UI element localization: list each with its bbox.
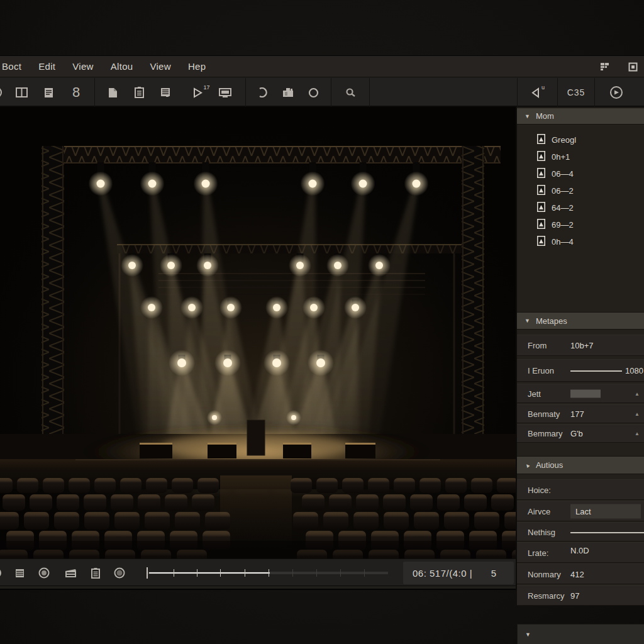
back-badge: u bbox=[541, 84, 545, 91]
menu-item-altou[interactable]: Altou bbox=[111, 61, 133, 72]
maximize-icon[interactable] bbox=[628, 62, 638, 72]
chevron-down-icon: ▼ bbox=[525, 318, 530, 324]
airvce-value-box[interactable]: Lact bbox=[570, 504, 641, 518]
prop-label: I Eruon bbox=[528, 366, 554, 375]
lined-square-icon[interactable] bbox=[11, 559, 28, 587]
search-icon[interactable] bbox=[340, 78, 361, 107]
menu-item-boct[interactable]: Boct bbox=[2, 61, 21, 72]
clip-icon bbox=[537, 185, 545, 197]
prop-label: Hoice: bbox=[528, 485, 551, 494]
prop-row-nonmary: Nonmary 412 bbox=[517, 564, 644, 584]
prop-label: Jett bbox=[528, 389, 541, 398]
eruon-slider[interactable] bbox=[570, 370, 622, 372]
prop-row-bemmary: Bemmary G'b ▲ bbox=[517, 424, 644, 443]
menu-item-hep[interactable]: Hep bbox=[188, 61, 206, 72]
section-header-metapes[interactable]: ▼ Metapes bbox=[517, 312, 644, 330]
prop-row-from: From 10b+7 bbox=[517, 335, 644, 356]
section-title: Metapes bbox=[536, 316, 567, 326]
clip-label: Greogl bbox=[552, 135, 576, 145]
prop-value: 1080 bbox=[625, 366, 643, 375]
prop-value: 10b+7 bbox=[570, 341, 594, 350]
jett-swatch[interactable] bbox=[570, 389, 601, 397]
clip-icon bbox=[537, 219, 545, 231]
transport-bar: 06: 517/(4:0 | 5 bbox=[0, 558, 516, 586]
menu-item-view2[interactable]: View bbox=[150, 61, 170, 72]
prop-row-resmarcy: Resmarcy 97 bbox=[517, 585, 644, 606]
prop-value: 412 bbox=[570, 569, 584, 579]
clip-item-4[interactable]: 06—2 bbox=[517, 182, 644, 199]
prop-value: 97 bbox=[570, 591, 579, 600]
back-icon[interactable]: u bbox=[521, 78, 553, 107]
dropdown-arrow-icon[interactable]: ▲ bbox=[635, 431, 640, 436]
section-title: Mom bbox=[536, 111, 554, 121]
half-circle-icon[interactable] bbox=[0, 78, 8, 107]
prop-row-benmaty: Benmaty 177 ▲ bbox=[517, 404, 644, 423]
clip-icon bbox=[537, 151, 545, 163]
prop-label: From bbox=[528, 341, 547, 350]
send-icon[interactable] bbox=[601, 78, 632, 107]
timeline-scrubber[interactable] bbox=[147, 559, 389, 587]
dropdown-arrow-icon[interactable]: ▲ bbox=[635, 411, 640, 416]
half-circle-icon-bottom[interactable] bbox=[0, 559, 7, 587]
document-icon[interactable] bbox=[103, 78, 122, 107]
properties-sidebar: ▼ Mom Greogl 0h+1 06—4 06—2 6 bbox=[516, 107, 644, 591]
prop-value: 177 bbox=[570, 409, 584, 418]
record-icon[interactable] bbox=[35, 559, 53, 587]
menu-item-edit[interactable]: Edit bbox=[38, 61, 55, 72]
panel-list-icon[interactable] bbox=[156, 78, 175, 107]
clip-label: 64—2 bbox=[552, 203, 574, 213]
chevron-down-icon: ▼ bbox=[525, 631, 531, 638]
dropdown-arrow-icon[interactable]: ▲ bbox=[635, 391, 640, 396]
clip-item-greogl[interactable]: Greogl bbox=[517, 131, 644, 148]
section-header-mom[interactable]: ▼ Mom bbox=[517, 108, 644, 125]
circle-icon[interactable] bbox=[304, 78, 323, 107]
prop-label: Nonmary bbox=[528, 569, 561, 579]
split-window-icon[interactable] bbox=[13, 78, 30, 107]
notes-document-icon[interactable] bbox=[40, 78, 57, 107]
clipboard-icon-bottom[interactable] bbox=[87, 559, 104, 587]
timecode-display: 06: 517/(4:0 | 5 bbox=[403, 562, 514, 584]
stage-preview-viewport bbox=[0, 107, 516, 558]
link-loop-icon[interactable]: 8 bbox=[67, 78, 86, 107]
prop-row-hoice: Hoice: bbox=[517, 479, 644, 500]
prop-label: Nethisg bbox=[528, 527, 555, 536]
clip-icon bbox=[537, 134, 545, 146]
nethisg-slider[interactable] bbox=[570, 532, 644, 533]
code-button[interactable]: C35 bbox=[561, 78, 591, 107]
undo-arc-icon[interactable] bbox=[253, 78, 272, 107]
main-toolbar: 8 17 bbox=[0, 78, 644, 107]
desktop-background: Boct Edit View Altou View Hep bbox=[0, 0, 644, 644]
clip-label: 06—4 bbox=[552, 169, 574, 179]
camera-icon[interactable] bbox=[279, 78, 297, 107]
prop-label: Resmarcy bbox=[528, 591, 565, 600]
clipboard-icon[interactable] bbox=[130, 78, 148, 107]
chevron-down-icon: ▼ bbox=[525, 113, 530, 119]
clip-item-2[interactable]: 0h+1 bbox=[517, 148, 644, 165]
prop-value: Lact bbox=[575, 506, 591, 516]
prop-label: Benmaty bbox=[528, 409, 560, 418]
clip-icon bbox=[537, 202, 545, 214]
monitor-icon[interactable] bbox=[215, 78, 235, 107]
prop-label: Bemmary bbox=[528, 429, 563, 438]
sidebar-bottom-dropdown[interactable]: ▼ bbox=[517, 624, 644, 644]
clip-item-3[interactable]: 06—4 bbox=[517, 165, 644, 182]
tiles-icon[interactable] bbox=[600, 62, 609, 72]
play-icon[interactable]: 17 bbox=[190, 78, 213, 107]
menu-bar: Boct Edit View Altou View Hep bbox=[0, 56, 644, 77]
app-window: Boct Edit View Altou View Hep bbox=[0, 55, 644, 590]
clip-icon bbox=[537, 236, 545, 248]
section-header-autious[interactable]: ▲ Autious bbox=[517, 456, 644, 474]
prop-row-nethisg: Nethisg bbox=[517, 522, 644, 541]
clapper-icon[interactable] bbox=[62, 559, 79, 587]
clip-item-5[interactable]: 64—2 bbox=[517, 199, 644, 216]
prop-row-lrate: Lrate: N.0D bbox=[517, 542, 644, 563]
prop-label: Airvce bbox=[528, 506, 550, 516]
frame-count: 5 bbox=[491, 568, 496, 579]
menu-item-view[interactable]: View bbox=[72, 61, 93, 72]
record2-icon[interactable] bbox=[111, 559, 128, 587]
clip-item-7[interactable]: 0h—4 bbox=[517, 233, 644, 250]
clip-item-6[interactable]: 69—2 bbox=[517, 216, 644, 233]
clip-icon bbox=[537, 168, 545, 180]
prop-row-eruon: I Eruon 1080 bbox=[517, 359, 644, 382]
clip-label: 0h+1 bbox=[552, 152, 570, 162]
